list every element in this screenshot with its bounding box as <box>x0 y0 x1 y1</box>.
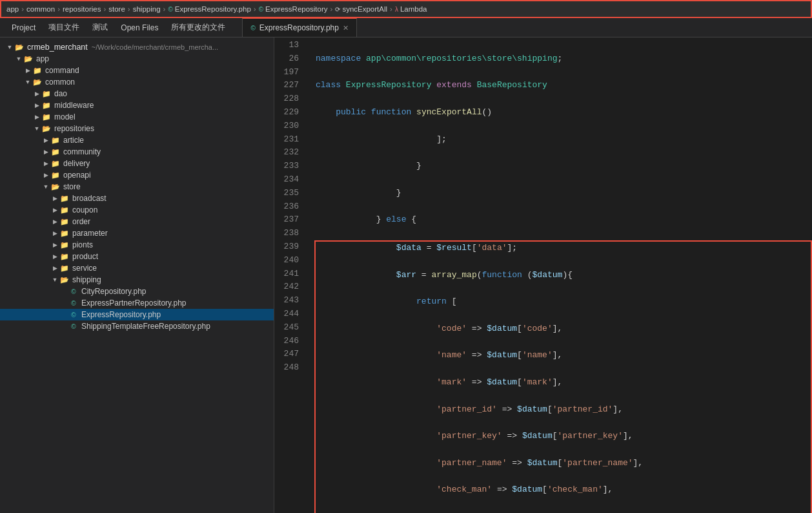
sidebar-root: crmeb_merchant ~/Work/code/merchant/crme… <box>0 37 274 336</box>
line-numbers: 13 26 197 227 228 229 230 231 232 233 23… <box>274 37 305 513</box>
arrow-icon <box>23 67 32 74</box>
breadcrumb-item[interactable]: shipping <box>133 5 161 13</box>
folder-icon <box>59 252 70 261</box>
code-line-241: 'is_code' => $datum['is_code'], <box>316 510 811 513</box>
sidebar-label: common <box>45 78 75 87</box>
folder-icon <box>59 240 70 249</box>
sidebar-label: openapi <box>63 171 91 180</box>
sidebar-item-broadcast[interactable]: broadcast <box>0 193 274 204</box>
arrow-icon <box>50 265 59 271</box>
sidebar-item-city-repo[interactable]: CityRepository.php <box>0 286 274 297</box>
sidebar-label: repositories <box>54 124 94 133</box>
sidebar-item-app[interactable]: app <box>0 53 274 65</box>
sidebar-item-delivery[interactable]: delivery <box>0 158 274 169</box>
breadcrumb-item[interactable]: syncExportAll <box>342 5 387 13</box>
breadcrumb-item[interactable]: ExpressRepository.php <box>175 5 251 13</box>
sidebar-label: product <box>72 252 98 261</box>
code-line-234: 'code' => $datum['code'], <box>316 322 811 336</box>
folder-icon <box>59 205 70 215</box>
arrow-icon <box>32 102 41 109</box>
breadcrumb-sep: › <box>390 5 392 13</box>
highlighted-code-block: $data = $result['data']; $arr = array_ma… <box>314 240 812 513</box>
breadcrumb-sep: › <box>128 5 130 13</box>
arrow-icon <box>41 183 50 190</box>
menu-all-changes[interactable]: 所有更改的文件 <box>165 19 232 36</box>
breadcrumb-item[interactable]: store <box>108 5 125 13</box>
arrow-icon <box>41 172 50 178</box>
sidebar-label: CityRepository.php <box>81 287 147 296</box>
arrow-icon <box>23 79 32 85</box>
sidebar-label: broadcast <box>72 194 107 203</box>
sidebar-item-shipping-template-repo[interactable]: ShippingTemplateFreeRepository.php <box>0 320 274 332</box>
sidebar-item-repositories[interactable]: repositories <box>0 123 274 134</box>
menu-open-files[interactable]: Open Files <box>114 21 165 35</box>
sidebar-item-coupon[interactable]: coupon <box>0 204 274 216</box>
breadcrumb-item[interactable]: common <box>26 5 55 13</box>
sidebar-item-openapi[interactable]: openapi <box>0 169 274 181</box>
sidebar-label: ExpressPartnerRepository.php <box>81 298 187 308</box>
code-line-239: 'partner_name' => $datum['partner_name']… <box>316 457 811 470</box>
sidebar-item-pionts[interactable]: pionts <box>0 239 274 251</box>
sidebar-item-community[interactable]: community <box>0 146 274 158</box>
code-line-230: } else { <box>316 213 812 227</box>
sidebar-item-dao[interactable]: dao <box>0 88 274 99</box>
breadcrumb-item[interactable]: app <box>6 5 19 13</box>
menu-project-files[interactable]: 项目文件 <box>42 19 86 36</box>
sidebar-item-middleware[interactable]: middleware <box>0 99 274 111</box>
code-line-238: 'partner_key' => $datum['partner_key'], <box>316 430 811 443</box>
folder-icon <box>50 136 61 145</box>
sidebar-item-express-partner-repo[interactable]: ExpressPartnerRepository.php <box>0 297 274 309</box>
breadcrumb-sep: › <box>57 5 60 13</box>
sidebar-item-service[interactable]: service <box>0 262 274 274</box>
arrow-icon <box>50 253 59 260</box>
folder-icon <box>32 66 43 75</box>
sidebar-item-express-repo[interactable]: ExpressRepository.php <box>0 309 274 320</box>
code-line-229: } <box>316 187 812 200</box>
sidebar-label: shipping <box>72 275 101 284</box>
breadcrumb-sep: › <box>330 5 333 13</box>
breadcrumb-item[interactable]: Lambda <box>400 5 427 13</box>
tab-close-button[interactable]: ✕ <box>343 24 349 32</box>
sidebar-item-command[interactable]: command <box>0 65 274 76</box>
arrow-icon <box>32 114 41 120</box>
code-line-26: class ExpressRepository extends BaseRepo… <box>316 79 812 92</box>
tab-label: ExpressRepository.php <box>259 23 339 32</box>
sidebar-item-shipping[interactable]: shipping <box>0 274 274 286</box>
breadcrumb-item[interactable]: ExpressRepository <box>265 5 328 13</box>
tab-express-repository[interactable]: © ExpressRepository.php ✕ <box>242 18 357 37</box>
file-icon <box>68 323 79 330</box>
menu-test[interactable]: 测试 <box>86 19 114 36</box>
breadcrumb-sep: › <box>21 5 24 13</box>
code-line-197: public function syncExportAll() <box>316 106 812 120</box>
sync-icon: ⟳ <box>335 6 340 13</box>
code-editor[interactable]: 13 26 197 227 228 229 230 231 232 233 23… <box>274 37 812 513</box>
code-line-231: $data = $result['data']; <box>316 242 811 255</box>
sidebar-item-order[interactable]: order <box>0 216 274 227</box>
sidebar-label: app <box>36 54 49 63</box>
folder-icon <box>50 147 61 156</box>
sidebar-item-article[interactable]: article <box>0 134 274 146</box>
sidebar-item-root[interactable]: crmeb_merchant ~/Work/code/merchant/crme… <box>0 41 274 53</box>
folder-icon <box>59 264 70 273</box>
breadcrumb-item[interactable]: repositories <box>63 5 101 13</box>
sidebar-label: coupon <box>72 205 97 215</box>
sidebar-item-store[interactable]: store <box>0 181 274 193</box>
sidebar-label: article <box>63 136 84 145</box>
sidebar-item-parameter[interactable]: parameter <box>0 227 274 239</box>
sidebar-item-product[interactable]: product <box>0 251 274 262</box>
arrow-icon <box>50 230 59 236</box>
sidebar-item-common[interactable]: common <box>0 76 274 88</box>
sidebar-label: delivery <box>63 159 90 168</box>
file-icon <box>68 288 79 295</box>
file-icon <box>68 311 79 319</box>
folder-icon <box>14 43 25 52</box>
code-container: 13 26 197 227 228 229 230 231 232 233 23… <box>274 37 812 513</box>
sidebar-item-model[interactable]: model <box>0 111 274 123</box>
sidebar-label: pionts <box>72 240 93 249</box>
code-content: namespace app\common\repositories\store\… <box>305 37 812 513</box>
folder-icon <box>59 194 70 203</box>
sidebar-label: dao <box>54 89 67 98</box>
lambda-icon: λ <box>395 6 398 13</box>
menu-project[interactable]: Project <box>5 21 42 35</box>
sidebar-label: community <box>63 147 101 156</box>
